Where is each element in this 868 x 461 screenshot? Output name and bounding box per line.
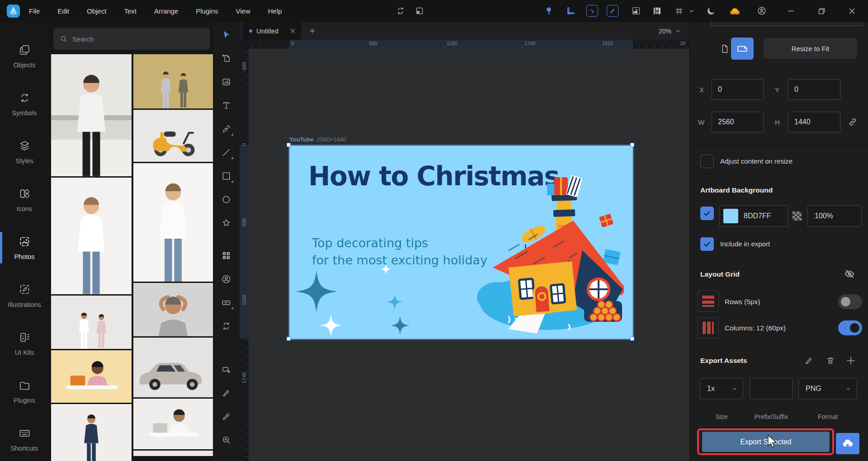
layout-grid-icon[interactable] bbox=[651, 5, 663, 17]
icons-tool[interactable] bbox=[218, 247, 235, 263]
chevron-down-icon[interactable] bbox=[688, 5, 696, 17]
y-input[interactable] bbox=[788, 79, 840, 100]
star-tool[interactable] bbox=[218, 215, 235, 231]
slice-tool[interactable] bbox=[218, 361, 235, 377]
tab-untitled[interactable]: Untitled bbox=[243, 22, 302, 40]
selection-handle-ne[interactable] bbox=[630, 143, 634, 147]
background-color-swatch[interactable] bbox=[723, 209, 738, 223]
dark-theme-moon-icon[interactable] bbox=[705, 5, 717, 17]
grid-icon[interactable] bbox=[673, 5, 685, 17]
search-box[interactable] bbox=[53, 28, 210, 50]
oval-tool[interactable] bbox=[218, 191, 235, 207]
rows-toggle[interactable] bbox=[838, 294, 862, 309]
sidebar-item-ui-kits[interactable]: UI Kits bbox=[0, 320, 49, 367]
background-opacity-field[interactable]: 100% bbox=[807, 205, 862, 227]
menu-plugins[interactable]: Plugins bbox=[193, 5, 221, 17]
photo-doctor-asleep-at-desk[interactable] bbox=[133, 399, 213, 449]
link-dimensions-icon[interactable] bbox=[845, 115, 860, 129]
photo-woman-white-coat-kitchen[interactable] bbox=[51, 54, 132, 176]
knife-tool[interactable] bbox=[218, 385, 235, 401]
background-enabled-checkbox[interactable] bbox=[700, 207, 714, 220]
minimize-button[interactable] bbox=[780, 0, 801, 22]
text-tool[interactable] bbox=[218, 97, 235, 113]
portrait-page-icon[interactable] bbox=[718, 42, 731, 55]
menu-edit[interactable]: Edit bbox=[55, 5, 72, 17]
columns-toggle[interactable] bbox=[838, 320, 862, 335]
sidebar-item-illustrations[interactable]: Illustrations bbox=[0, 272, 49, 320]
cloud-sync-icon[interactable] bbox=[727, 5, 742, 17]
symbol-tool[interactable] bbox=[218, 318, 235, 334]
include-in-export-checkbox[interactable] bbox=[700, 237, 714, 251]
photo-boy-gesturing[interactable] bbox=[51, 178, 132, 294]
columns-grid-icon[interactable] bbox=[698, 317, 719, 339]
search-input[interactable] bbox=[72, 35, 204, 43]
close-button[interactable] bbox=[841, 0, 862, 22]
resize-to-fit-button[interactable]: Resize to Fit bbox=[764, 38, 857, 59]
pen-tool[interactable] bbox=[218, 121, 235, 137]
artboard-youtube-banner[interactable]: How to Christmas Top decorating tips for… bbox=[289, 146, 633, 339]
sidebar-item-photos[interactable]: Photos bbox=[0, 224, 49, 272]
sidebar-item-shortcuts[interactable]: Shortcuts bbox=[0, 415, 49, 461]
cloud-export-button[interactable] bbox=[836, 433, 859, 454]
photo-man-standing-profile[interactable] bbox=[133, 163, 213, 282]
photo-man-navy-turtleneck[interactable] bbox=[51, 404, 132, 461]
selection-handle-se[interactable] bbox=[630, 337, 634, 341]
export-prefix-input[interactable] bbox=[750, 378, 793, 399]
selection-handle-sw[interactable] bbox=[287, 337, 291, 341]
account-avatar-icon[interactable] bbox=[755, 5, 768, 17]
lightbulb-icon[interactable] bbox=[542, 5, 555, 17]
artboard-tool[interactable] bbox=[218, 50, 235, 66]
frame-resize-icon[interactable] bbox=[413, 5, 426, 17]
sidebar-item-objects[interactable]: Objects bbox=[0, 32, 49, 80]
zoom-tool[interactable] bbox=[218, 432, 235, 448]
photo-man-hands-behind-head[interactable] bbox=[133, 283, 213, 336]
image-tool[interactable] bbox=[218, 74, 235, 90]
sidebar-item-symbols[interactable]: Symbols bbox=[0, 80, 49, 128]
export-size-select[interactable]: 1x bbox=[700, 378, 743, 399]
export-selected-button[interactable]: Export Selected bbox=[702, 432, 830, 452]
menu-arrange[interactable]: Arrange bbox=[151, 5, 181, 17]
sidebar-item-styles[interactable]: Styles bbox=[0, 128, 49, 176]
photo-man-pink-shirt-toolbox[interactable] bbox=[51, 350, 132, 403]
selection-handle-nw[interactable] bbox=[287, 143, 291, 147]
app-logo-icon[interactable] bbox=[6, 4, 20, 18]
height-input[interactable] bbox=[788, 112, 840, 132]
rulers-icon[interactable] bbox=[564, 5, 577, 17]
landscape-page-icon[interactable] bbox=[731, 38, 754, 60]
menu-text[interactable]: Text bbox=[121, 5, 139, 17]
photo-tailor-with-mannequin[interactable] bbox=[133, 54, 213, 108]
collapsed-top-field[interactable] bbox=[711, 22, 863, 26]
sidebar-item-icons[interactable]: Icons bbox=[0, 176, 49, 224]
new-tab-button[interactable] bbox=[307, 26, 316, 35]
menu-help[interactable]: Help bbox=[265, 5, 285, 17]
button-tool[interactable] bbox=[218, 294, 235, 310]
add-export-icon[interactable] bbox=[844, 354, 857, 367]
photo-partial-row[interactable] bbox=[133, 451, 213, 456]
pixel-preview-icon[interactable] bbox=[630, 5, 642, 17]
delete-asset-icon[interactable] bbox=[824, 354, 837, 367]
canvas[interactable]: -580058011601740 YouTube2560×1440 How to… bbox=[240, 49, 689, 461]
select-tool[interactable] bbox=[218, 27, 235, 43]
photos-tool[interactable] bbox=[218, 271, 235, 287]
grid-hidden-eye-icon[interactable] bbox=[842, 268, 857, 280]
menu-view[interactable]: View bbox=[233, 5, 253, 17]
photo-two-women-talking[interactable] bbox=[51, 296, 132, 349]
adjust-content-checkbox[interactable] bbox=[700, 155, 714, 168]
line-tool[interactable] bbox=[218, 144, 235, 160]
rows-grid-icon[interactable] bbox=[698, 291, 719, 312]
zoom-control[interactable]: 20% bbox=[659, 22, 681, 40]
photo-silver-car[interactable] bbox=[133, 338, 213, 397]
rectangle-tool[interactable] bbox=[218, 168, 235, 184]
tab-close-icon[interactable] bbox=[288, 27, 297, 36]
width-input[interactable] bbox=[712, 112, 764, 132]
menu-object[interactable]: Object bbox=[84, 5, 109, 17]
artboard-label[interactable]: YouTube2560×1440 bbox=[289, 136, 346, 143]
x-input[interactable] bbox=[712, 79, 764, 100]
slice-box-icon[interactable] bbox=[607, 5, 618, 17]
export-knife-icon[interactable] bbox=[802, 354, 815, 367]
eyedropper-tool[interactable] bbox=[218, 408, 235, 424]
photo-yellow-scooter[interactable] bbox=[133, 110, 213, 162]
vector-snap-icon[interactable] bbox=[586, 5, 598, 17]
maximize-button[interactable] bbox=[811, 0, 832, 22]
background-color-field[interactable]: 8DD7FF bbox=[719, 205, 788, 227]
